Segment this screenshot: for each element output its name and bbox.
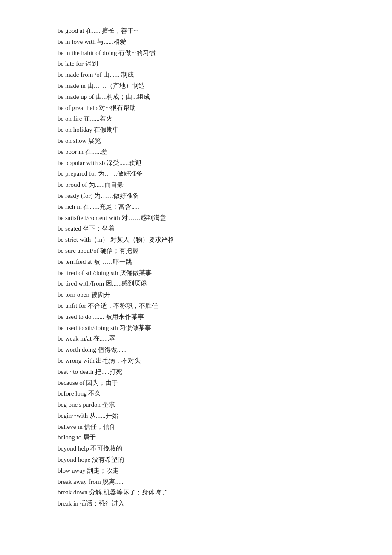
meaning: 被……吓一跳: [94, 258, 132, 265]
meaning: 在......充足；富含.....: [83, 203, 139, 210]
phrase: beyond help: [58, 445, 89, 452]
phrase: be used to sth/doing sth: [58, 324, 118, 331]
list-item: be made from /of 由...... 制成: [58, 69, 358, 81]
phrase: be of great help: [58, 104, 98, 111]
phrase: be strict with（in）: [58, 236, 109, 243]
phrase: begin···with: [58, 412, 88, 419]
list-item: beg one's pardon 企求: [58, 399, 358, 410]
list-item: beat···to death 把.....打死: [58, 367, 358, 378]
meaning: 插话；强行进入: [80, 500, 124, 507]
phrase: break in: [58, 500, 78, 507]
meaning: 为……做好准备: [98, 170, 143, 177]
meaning: 没有希望的: [92, 456, 124, 463]
list-item: before long 不久: [58, 388, 358, 399]
meaning: 为……做好准备: [94, 192, 139, 199]
meaning: 企求: [102, 401, 115, 408]
list-item: be worth doing 值得做......: [58, 344, 358, 356]
list-item: be used to sth/doing sth 习惯做某事: [58, 323, 358, 334]
list-item: be terrified at 被……吓一跳: [58, 257, 358, 268]
list-item: be used to do ....... 被用来作某事: [58, 312, 358, 323]
list-item: be torn open 被撕开: [58, 289, 358, 301]
list-item: beyond help 不可挽救的: [58, 443, 358, 454]
list-item: be proud of 为......而自豪: [58, 179, 358, 191]
meaning: 在假期中: [94, 126, 119, 133]
meaning: 习惯做某事: [119, 324, 151, 331]
meaning: 在......擅长，善于···: [86, 27, 138, 34]
phrase: be poor in: [58, 148, 84, 155]
phrase: be torn open: [58, 291, 89, 298]
list-item: be popular with sb 深受......欢迎: [58, 158, 358, 169]
list-item: break in 插话；强行进入: [58, 498, 358, 509]
meaning: 值得做......: [98, 346, 127, 353]
meaning: 厌倦做某事: [120, 269, 152, 276]
phrase: be made up of: [58, 93, 94, 100]
list-item: begin···with 从......开始: [58, 410, 358, 422]
phrase: be on fire: [58, 115, 82, 122]
phrase: beyond hope: [58, 456, 90, 463]
phrase: be made in: [58, 82, 86, 89]
meaning: 深受......欢迎: [107, 159, 142, 166]
list-item: be on fire 在......着火: [58, 113, 358, 124]
meaning: 脱离......: [102, 478, 125, 485]
list-item: be ready (for) 为……做好准备: [58, 191, 358, 202]
meaning: 从......开始: [89, 412, 118, 419]
phrase: believe in: [58, 423, 83, 430]
list-item: be good at 在......擅长，善于···: [58, 26, 358, 37]
phrase: be on holiday: [58, 126, 92, 133]
meaning: 因......感到厌倦: [106, 280, 147, 287]
meaning: 不合适，不称职，不胜任: [88, 302, 158, 309]
list-item: be unfit for 不合适，不称职，不胜任: [58, 301, 358, 312]
list-item: be strict with（in） 对某人（物）要求严格: [58, 234, 358, 246]
list-item: be satisfied/content with 对……感到满意: [58, 213, 358, 224]
list-item: be prepared for 为……做好准备: [58, 168, 358, 179]
meaning: 迟到: [85, 60, 98, 67]
meaning: 因为；由于: [86, 379, 118, 386]
content: be good at 在......擅长，善于···be in love wit…: [58, 26, 358, 509]
phrase: be late for: [58, 60, 84, 67]
list-item: be in love with 与......相爱: [58, 37, 358, 48]
list-item: because of 因为；由于: [58, 378, 358, 389]
phrase: be proud of: [58, 181, 87, 188]
phrase: be prepared for: [58, 170, 97, 177]
meaning: 刮走；吹走: [87, 467, 119, 474]
meaning: 由...构成；由...组成: [95, 93, 150, 100]
phrase: be rich in: [58, 203, 82, 210]
phrase: before long: [58, 390, 87, 397]
list-item: believe in 信任，信仰: [58, 422, 358, 433]
list-item: be made up of 由...构成；由...组成: [58, 92, 358, 103]
list-item: be tired of sth/doing sth 厌倦做某事: [58, 268, 358, 279]
meaning: 展览: [88, 137, 101, 144]
meaning: 不久: [88, 390, 101, 397]
list-item: beyond hope 没有希望的: [58, 454, 358, 465]
list-item: be poor in 在......差: [58, 147, 358, 158]
meaning: 由...... 制成: [103, 71, 133, 78]
list-item: be sure about/of 确信；有把握: [58, 246, 358, 257]
meaning: 分解,机器等坏了；身体垮了: [89, 489, 167, 496]
phrase: be popular with sb: [58, 159, 105, 166]
list-item: be rich in 在......充足；富含.....: [58, 202, 358, 213]
meaning: 坐下；坐着: [83, 225, 115, 232]
phrase: break away from: [58, 478, 101, 485]
phrase: be sure about/of: [58, 247, 99, 254]
meaning: 对……感到满意: [121, 214, 166, 221]
list-item: break down 分解,机器等坏了；身体垮了: [58, 487, 358, 498]
phrase: be tired with/from: [58, 280, 104, 287]
meaning: 对···很有帮助: [99, 104, 135, 111]
list-item: be on show 展览: [58, 136, 358, 147]
list-item: be tired with/from 因......感到厌倦: [58, 278, 358, 289]
list-item: belong to 属于: [58, 432, 358, 443]
phrase: be unfit for: [58, 302, 86, 309]
list-item: be wrong with 出毛病，不对头: [58, 356, 358, 367]
phrase: be in love with: [58, 38, 96, 45]
meaning: 确信；有把握: [100, 247, 138, 254]
phrase: be used to do: [58, 313, 92, 320]
phrase: be good at: [58, 27, 84, 34]
meaning: 在......着火: [84, 115, 112, 122]
phrase: break down: [58, 489, 87, 496]
list-item: be on holiday 在假期中: [58, 124, 358, 136]
meaning: 属于: [83, 434, 96, 441]
phrase: be worth doing: [58, 346, 96, 353]
meaning: 在......弱: [93, 335, 116, 342]
phrase: be ready (for): [58, 192, 92, 199]
meaning: 对某人（物）要求严格: [110, 236, 174, 243]
